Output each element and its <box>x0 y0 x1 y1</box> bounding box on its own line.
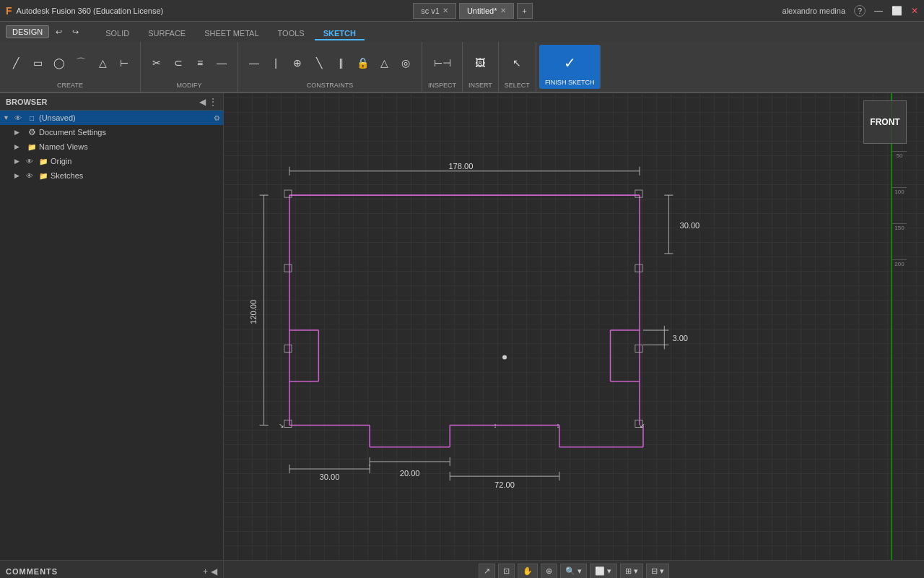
fillet-tool[interactable]: — <box>212 53 232 73</box>
eye-sketches[interactable]: 👁 <box>26 172 36 180</box>
close-button[interactable]: ✕ <box>911 6 918 16</box>
canvas-area[interactable]: FRONT 50 100 150 200 <box>224 93 924 560</box>
comments-section: COMMENTS + ◀ <box>0 561 224 578</box>
tab-tools[interactable]: TOOLS <box>269 27 313 40</box>
app-title: Autodesk Fusion 360 (Education License) <box>17 7 164 15</box>
zoom-dropdown[interactable]: 🔍 ▾ <box>560 564 587 579</box>
tab-untitled-close[interactable]: ✕ <box>500 7 506 14</box>
undo-button[interactable]: ↩ <box>52 26 66 38</box>
svg-text:72.00: 72.00 <box>494 480 515 489</box>
tree-item-unsaved[interactable]: ▼ 👁 □ (Unsaved) ⚙ <box>0 111 223 125</box>
snap-tool[interactable]: ↗ <box>479 564 495 579</box>
modify-icons: ✂ ⊂ ≡ — <box>147 45 232 80</box>
tab-solid[interactable]: SOLID <box>97 27 138 40</box>
tree-item-sketches[interactable]: ▶ 👁 📁 Sketches <box>0 168 223 183</box>
break-tool[interactable]: ≡ <box>190 53 210 73</box>
viewport[interactable]: FRONT 50 100 150 200 <box>224 93 924 560</box>
view-cube[interactable]: FRONT <box>863 100 907 144</box>
browser-collapse[interactable]: ◀ <box>199 97 206 107</box>
triangle-constraint[interactable]: △ <box>374 53 394 73</box>
comments-actions: + ◀ <box>203 566 217 577</box>
browser-title: BROWSER <box>6 98 47 106</box>
eye-origin[interactable]: 👁 <box>26 158 36 165</box>
toolbar-create: ╱ ▭ ◯ ⌒ △ ⊢ CREATE <box>0 42 141 92</box>
design-button[interactable]: DESIGN <box>6 25 49 38</box>
tab-new[interactable]: + <box>517 3 533 19</box>
redo-button[interactable]: ↪ <box>69 26 82 38</box>
select-tool[interactable]: ↖ <box>507 53 527 73</box>
eye-unsaved[interactable]: 👁 <box>14 114 25 122</box>
circle-constraint[interactable]: ◎ <box>396 53 416 73</box>
maximize-button[interactable]: ⬜ <box>892 6 902 16</box>
icon-doc-settings: ⚙ <box>26 126 38 138</box>
tree-item-origin[interactable]: ▶ 👁 📁 Origin <box>0 154 223 168</box>
view-tool[interactable]: ⬜ ▾ <box>590 564 616 579</box>
measure-tool[interactable]: ⊢⊣ <box>432 53 453 73</box>
browser-header: BROWSER ◀ ⋮ <box>0 93 223 111</box>
label-origin: Origin <box>51 157 220 165</box>
finish-sketch-button[interactable]: ✓ <box>555 48 584 77</box>
sketch-geometry: 178.00 120.00 30.00 30.00 <box>224 93 924 560</box>
label-sketches: Sketches <box>51 171 220 180</box>
svg-text:3.00: 3.00 <box>672 334 688 342</box>
vertical-constraint[interactable]: | <box>266 53 286 73</box>
svg-rect-17 <box>284 190 292 197</box>
svg-text:30.00: 30.00 <box>320 473 340 481</box>
grid-settings[interactable]: ⊞ ▾ <box>620 564 643 579</box>
insert-image[interactable]: 🖼 <box>470 53 490 73</box>
svg-text:20.00: 20.00 <box>400 469 420 478</box>
toolbar-main: ╱ ▭ ◯ ⌒ △ ⊢ CREATE ✂ ⊂ ≡ — MODIFY — | <box>0 42 924 92</box>
tree-item-named-views[interactable]: ▶ 📁 Named Views <box>0 139 223 154</box>
arrow-origin: ▶ <box>14 158 25 165</box>
titlebar-tabs: sc v1 ✕ Untitled* ✕ + <box>413 3 532 19</box>
label-unsaved: (Unsaved) <box>39 113 212 122</box>
browser-actions: ◀ ⋮ <box>199 97 217 107</box>
tab-sheet-metal[interactable]: SHEET METAL <box>196 27 267 40</box>
icon-named-views: 📁 <box>26 141 38 152</box>
label-named-views: Named Views <box>39 142 220 151</box>
svg-text:↕: ↕ <box>494 422 497 429</box>
tangent-constraint[interactable]: ╲ <box>309 53 329 73</box>
tab-scv1[interactable]: sc v1 ✕ <box>413 3 456 19</box>
rect-tool[interactable]: ▭ <box>27 53 48 73</box>
grid-snap-tool[interactable]: ⊡ <box>498 564 515 579</box>
svg-rect-23 <box>635 264 642 272</box>
tab-scv1-close[interactable]: ✕ <box>443 7 448 14</box>
help-icon[interactable]: ? <box>854 5 866 17</box>
polygon-tool[interactable]: △ <box>92 53 113 73</box>
tab-sketch[interactable]: SKETCH <box>315 27 365 40</box>
add-comment-button[interactable]: + <box>203 566 208 577</box>
line-tool[interactable]: ╱ <box>6 53 26 73</box>
inspect-icons: ⊢⊣ <box>432 45 453 80</box>
collapse-comments-button[interactable]: ◀ <box>211 566 217 577</box>
zoom-tool[interactable]: ⊕ <box>541 564 557 579</box>
tree-item-doc-settings[interactable]: ▶ ⚙ Document Settings <box>0 125 223 139</box>
app-icon: F <box>6 5 12 17</box>
svg-rect-20 <box>635 420 642 427</box>
arc-tool[interactable]: ⌒ <box>71 53 91 73</box>
main-content: BROWSER ◀ ⋮ ▼ 👁 □ (Unsaved) ⚙ ▶ ⚙ Docume… <box>0 93 924 560</box>
trim-tool[interactable]: ✂ <box>147 53 167 73</box>
pan-tool[interactable]: ✋ <box>518 564 538 579</box>
dimension-tool[interactable]: ⊢ <box>114 53 134 73</box>
display-tool[interactable]: ⊟ ▾ <box>646 564 669 579</box>
svg-text:↕: ↕ <box>557 422 560 429</box>
circle-tool[interactable]: ◯ <box>49 53 69 73</box>
lock-constraint[interactable]: 🔒 <box>352 53 372 73</box>
parallel-constraint[interactable]: ∥ <box>331 53 351 73</box>
minimize-button[interactable]: — <box>874 6 883 16</box>
browser-settings[interactable]: ⋮ <box>209 97 217 107</box>
tab-untitled[interactable]: Untitled* ✕ <box>459 3 514 19</box>
tab-surface[interactable]: SURFACE <box>139 27 194 40</box>
bottom-bar: COMMENTS + ◀ ↗ ⊡ ✋ ⊕ 🔍 ▾ ⬜ ▾ ⊞ ▾ ⊟ ▾ <box>0 560 924 578</box>
settings-icon[interactable]: ⚙ <box>214 114 220 122</box>
titlebar: F Autodesk Fusion 360 (Education License… <box>0 0 924 22</box>
svg-rect-24 <box>635 345 642 352</box>
label-doc-settings: Document Settings <box>39 128 220 137</box>
extend-tool[interactable]: ⊂ <box>168 53 188 73</box>
horizontal-constraint[interactable]: — <box>244 53 264 73</box>
coincident-constraint[interactable]: ⊕ <box>287 53 308 73</box>
toolbar-select: ↖ SELECT <box>499 42 536 92</box>
viewport-tools: ↗ ⊡ ✋ ⊕ 🔍 ▾ ⬜ ▾ ⊞ ▾ ⊟ ▾ <box>224 564 924 579</box>
arrow-doc-settings: ▶ <box>14 129 25 136</box>
